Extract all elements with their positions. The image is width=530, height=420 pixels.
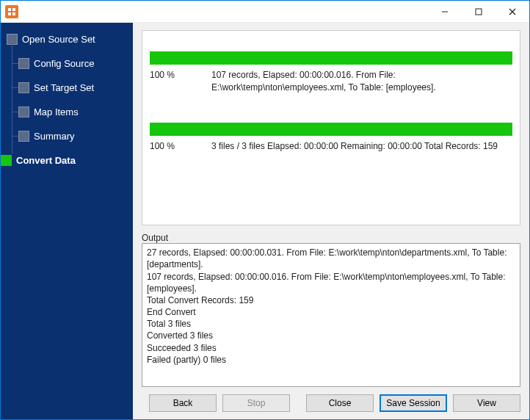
log-line: Converted 3 files (147, 330, 515, 341)
tree-vline (12, 43, 12, 153)
button-row: Back Stop Close Save Session View (149, 387, 520, 415)
minimize-button[interactable] (428, 1, 462, 23)
svg-rect-2 (8, 12, 11, 15)
wizard-sidebar: Open Source Set Config Source Set Target… (1, 23, 133, 419)
svg-rect-3 (12, 12, 15, 15)
step-convert-data[interactable]: Convert Data (1, 151, 128, 169)
titlebar (1, 1, 529, 23)
total-progress-bar (150, 123, 512, 136)
step-set-target-set[interactable]: Set Target Set (18, 79, 128, 96)
body: Open Source Set Config Source Set Target… (1, 23, 529, 419)
step-label: Convert Data (16, 155, 76, 166)
log-line: Total 3 files (147, 318, 515, 330)
file-progress-bar (150, 51, 512, 65)
total-progress-info: 100 % 3 files / 3 files Elapsed: 00:00:0… (150, 140, 512, 153)
file-progress-info: 100 % 107 records, Elapsed: 00:00:00.016… (150, 69, 512, 95)
step-open-source-set[interactable]: Open Source Set (7, 30, 128, 48)
close-action-button[interactable]: Close (306, 394, 374, 412)
step-box-icon (18, 58, 29, 69)
step-label: Open Source Set (22, 34, 95, 45)
progress-area: 100 % 107 records, Elapsed: 00:00:00.016… (142, 30, 520, 225)
step-label: Config Source (34, 58, 94, 69)
svg-rect-0 (8, 8, 11, 11)
step-map-items[interactable]: Map Items (18, 103, 128, 120)
back-button[interactable]: Back (149, 394, 217, 412)
step-box-icon (18, 106, 29, 117)
log-line: End Convert (147, 306, 515, 318)
log-line: 107 records, Elapsed: 00:00:00.016. From… (147, 271, 515, 294)
step-box-icon (18, 131, 29, 142)
stop-button: Stop (222, 394, 290, 412)
file-progress-line1: 107 records, Elapsed: 00:00:00.016. From… (211, 69, 436, 82)
save-session-button[interactable]: Save Session (380, 394, 447, 412)
step-box-icon (18, 82, 29, 93)
step-label: Set Target Set (34, 82, 94, 93)
view-button[interactable]: View (453, 394, 520, 412)
step-label: Map Items (34, 106, 79, 117)
log-line: Failed (partly) 0 files (147, 354, 515, 366)
wizard-tree: Open Source Set Config Source Set Target… (7, 30, 128, 169)
step-config-source[interactable]: Config Source (18, 54, 128, 72)
step-summary[interactable]: Summary (18, 127, 128, 145)
total-progress-percent: 100 % (150, 140, 211, 153)
main-panel: 100 % 107 records, Elapsed: 00:00:00.016… (133, 23, 529, 419)
total-progress-details: 3 files / 3 files Elapsed: 00:00:00 Rema… (211, 140, 498, 153)
step-box-icon (1, 155, 12, 166)
svg-rect-1 (12, 8, 15, 11)
output-label: Output (142, 233, 520, 243)
app-window: Open Source Set Config Source Set Target… (0, 0, 530, 420)
app-icon (5, 5, 18, 18)
svg-rect-5 (476, 9, 482, 15)
log-line: Succeeded 3 files (147, 342, 515, 354)
output-log[interactable]: 27 records, Elapsed: 00:00:00.031. From … (142, 243, 520, 387)
file-progress-line2: E:\work\temp\nton\employees.xml, To Tabl… (211, 82, 436, 94)
log-line: Total Convert Records: 159 (147, 294, 515, 306)
window-controls (428, 1, 529, 23)
maximize-button[interactable] (462, 1, 495, 23)
step-label: Summary (34, 131, 75, 142)
close-button[interactable] (495, 1, 529, 23)
titlebar-left (1, 5, 18, 18)
file-progress-percent: 100 % (150, 69, 211, 95)
log-line: 27 records, Elapsed: 00:00:00.031. From … (147, 247, 515, 270)
